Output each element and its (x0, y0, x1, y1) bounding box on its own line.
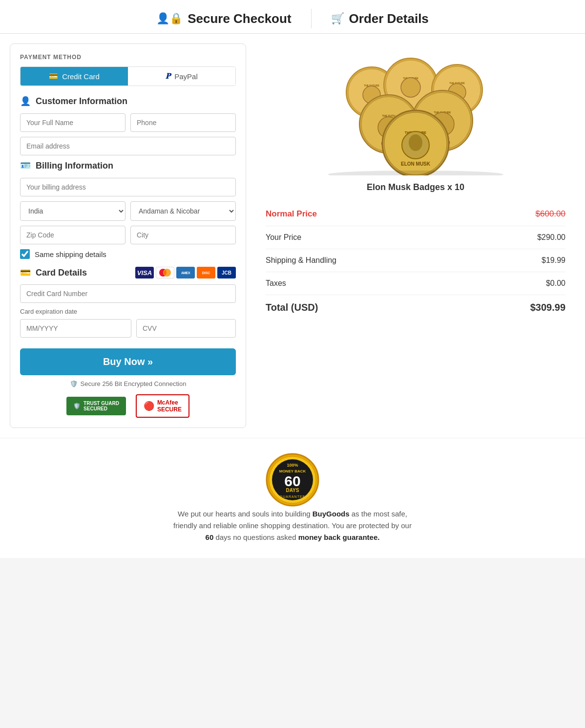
page-title-right: 🛒 Order Details (331, 11, 429, 26)
product-image-area: THE FUTURE IS NOW THE FUTURE IS NOW THE … (266, 48, 565, 175)
billing-section-header: 🪪 Billing Information (20, 160, 236, 171)
svg-point-11 (401, 78, 420, 97)
shield-icon: 🛡️ (70, 380, 78, 387)
id-card-icon: 🪪 (20, 160, 31, 171)
zip-input[interactable] (20, 226, 125, 244)
state-select[interactable]: Andaman & Nicobar Andhra Pradesh Arunach… (130, 201, 236, 221)
mcafee-icon: 🔴 (144, 401, 154, 411)
expiry-label: Card expiration date (20, 308, 236, 315)
svg-text:GUARANTEE: GUARANTEE (280, 495, 306, 498)
cvv-input[interactable] (137, 320, 234, 337)
customer-section-header: 👤 Customer Information (20, 96, 236, 107)
credit-card-icon: 💳 (49, 72, 58, 81)
money-back-badge: 100% MONEY BACK 60 DAYS GUARANTEE (10, 453, 575, 508)
svg-text:100%: 100% (287, 463, 298, 468)
coin-stack-svg: THE FUTURE IS NOW THE FUTURE IS NOW THE … (313, 48, 518, 175)
trustguard-icon: 🛡️ (73, 403, 81, 409)
svg-point-1 (163, 269, 171, 277)
card-details-title: 💳 Card Details (20, 267, 87, 278)
same-shipping-row: Same shipping details (20, 249, 236, 259)
security-text: 🛡️ Secure 256 Bit Encrypted Connection (20, 380, 236, 387)
your-price-row: Your Price $290.00 (266, 226, 565, 249)
card-number-input[interactable] (20, 284, 236, 303)
order-details-panel: THE FUTURE IS NOW THE FUTURE IS NOW THE … (256, 43, 575, 325)
card-details-header: 💳 Card Details VISA AMEX DISC JCB (20, 267, 236, 278)
normal-price-row: Normal Price $600.00 (266, 202, 565, 226)
discover-icon: DISC (197, 267, 215, 278)
page-title-left: 👤🔒 Secure Checkout (156, 11, 291, 26)
total-row: Total (USD) $309.99 (266, 295, 565, 320)
footer: 100% MONEY BACK 60 DAYS GUARANTEE We put… (0, 438, 585, 558)
country-state-row: India United States United Kingdom Canad… (20, 201, 236, 221)
product-image: THE FUTURE IS NOW THE FUTURE IS NOW THE … (313, 48, 518, 175)
paypal-icon: 𝐏 (166, 72, 170, 81)
credit-card-tab[interactable]: 💳 Credit Card (21, 67, 128, 86)
svg-text:ELON MUSK: ELON MUSK (401, 161, 431, 167)
payment-method-label: PAYMENT METHOD (20, 54, 236, 61)
price-table: Normal Price $600.00 Your Price $290.00 … (266, 202, 565, 320)
amex-icon: AMEX (176, 267, 195, 278)
product-name: Elon Musk Badges x 10 (266, 182, 565, 193)
svg-text:DAYS: DAYS (286, 488, 299, 493)
billing-address-input[interactable] (20, 178, 236, 196)
same-shipping-checkbox[interactable] (20, 249, 30, 259)
cvv-help-icon[interactable]: ❓ (234, 324, 236, 333)
expiry-input[interactable] (20, 319, 131, 338)
shipping-row: Shipping & Handling $19.99 (266, 249, 565, 272)
checkout-form-panel: PAYMENT METHOD 💳 Credit Card 𝐏 PayPal 👤 … (10, 43, 246, 428)
cvv-wrapper: ❓ (136, 319, 236, 338)
name-phone-row (20, 113, 236, 132)
svg-point-34 (409, 134, 422, 151)
header-divider (311, 9, 312, 28)
email-input[interactable] (20, 137, 236, 155)
city-input[interactable] (130, 226, 236, 244)
paypal-tab[interactable]: 𝐏 PayPal (128, 67, 235, 86)
card-chip-icon: 💳 (20, 267, 31, 278)
full-name-input[interactable] (20, 113, 125, 132)
expiry-cvv-row: ❓ (20, 319, 236, 338)
footer-text: We put our hearts and souls into buildin… (170, 508, 415, 543)
mastercard-icon (156, 267, 174, 278)
trust-badges: 🛡️ TRUST GUARDSECURED 🔴 McAfeeSECURE (20, 394, 236, 418)
mcafee-badge: 🔴 McAfeeSECURE (136, 394, 189, 418)
email-row (20, 137, 236, 155)
payment-tabs: 💳 Credit Card 𝐏 PayPal (20, 66, 236, 86)
card-icons-group: VISA AMEX DISC JCB (135, 267, 236, 278)
same-shipping-label[interactable]: Same shipping details (35, 250, 106, 258)
zip-city-row (20, 226, 236, 244)
taxes-row: Taxes $0.00 (266, 272, 565, 295)
trustguard-badge: 🛡️ TRUST GUARDSECURED (66, 397, 126, 415)
billing-address-row (20, 178, 236, 196)
visa-icon: VISA (135, 267, 154, 278)
country-select[interactable]: India United States United Kingdom Canad… (20, 201, 125, 221)
phone-input[interactable] (130, 113, 236, 132)
person-icon: 👤 (20, 96, 31, 107)
svg-text:60: 60 (284, 473, 300, 489)
person-lock-icon: 👤🔒 (156, 12, 183, 25)
jcb-icon: JCB (217, 267, 236, 278)
cart-icon: 🛒 (331, 12, 344, 25)
buy-now-button[interactable]: Buy Now » (20, 348, 236, 375)
svg-point-36 (328, 171, 503, 175)
